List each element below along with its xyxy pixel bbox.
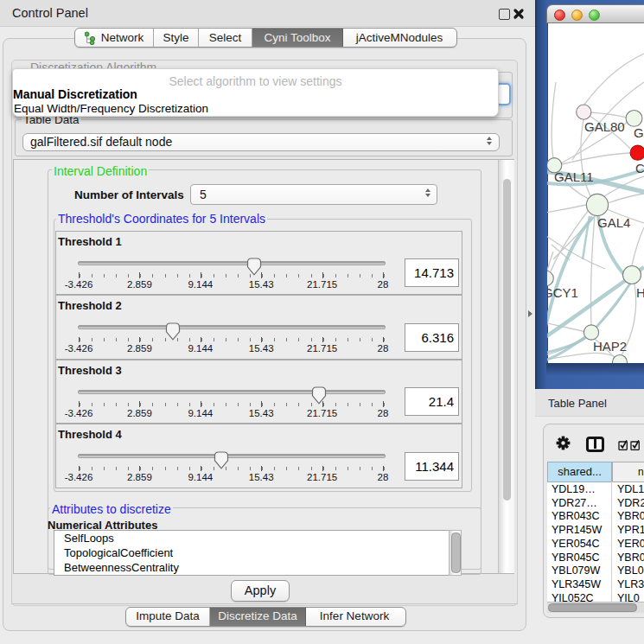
svg-text:GA: GA [634,125,644,140]
svg-text:C: C [635,161,644,175]
svg-text:GAL80: GAL80 [584,119,625,134]
svg-text:GCY1: GCY1 [547,285,578,300]
svg-text:GAL11: GAL11 [554,169,594,184]
svg-text:GAL4: GAL4 [597,215,630,230]
svg-text:H: H [636,285,644,300]
svg-text:HAP2: HAP2 [593,339,627,354]
